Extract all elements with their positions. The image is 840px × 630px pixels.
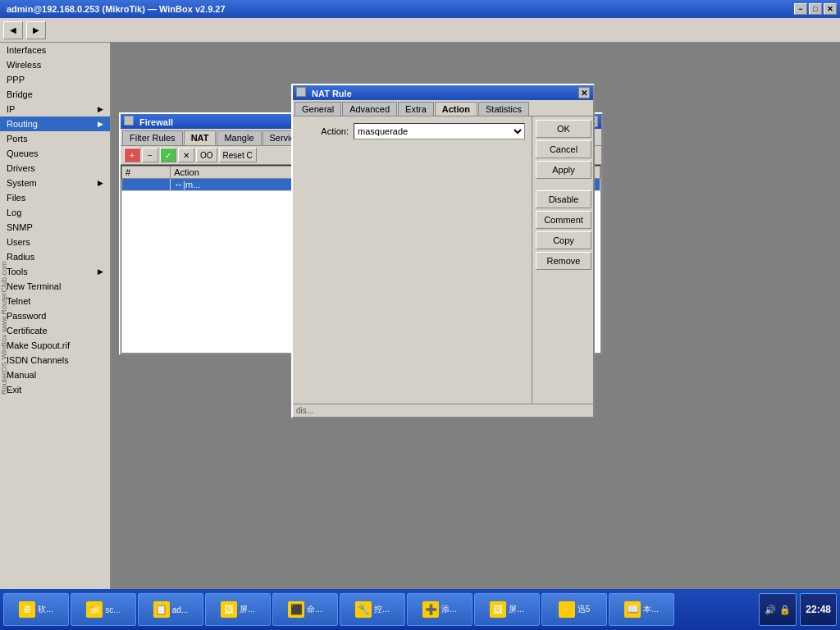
enable-rule-button[interactable]: ✓: [160, 148, 176, 162]
nat-content: Action: masquerade accept drop jump log …: [293, 116, 593, 404]
sidebar-item-users[interactable]: Users: [0, 235, 110, 249]
taskbar-icon-1: 📁: [86, 601, 103, 618]
nat-tab-action[interactable]: Action: [435, 102, 477, 116]
sidebar-item-queues[interactable]: Queues: [0, 146, 110, 161]
col-num: #: [122, 167, 171, 179]
disable-rule-button[interactable]: ✕: [178, 148, 194, 162]
sidebar-item-radius[interactable]: Radius: [0, 249, 110, 264]
taskbar-btn-1[interactable]: 📁 sc...: [71, 593, 136, 626]
nat-titlebar: NAT Rule ✕: [293, 85, 593, 100]
col-action: Action: [171, 167, 303, 179]
sidebar-item-new-terminal[interactable]: New Terminal: [0, 279, 110, 294]
action-select[interactable]: masquerade accept drop jump log passthro…: [354, 123, 525, 139]
nat-tab-advanced[interactable]: Advanced: [342, 102, 397, 116]
taskbar-icon-7: 🖼: [490, 601, 506, 618]
nat-tabs: General Advanced Extra Action Statistics: [293, 100, 593, 116]
minimize-button[interactable]: −: [794, 3, 807, 15]
taskbar-btn-9[interactable]: 📖 本...: [609, 593, 674, 626]
nat-tab-extra[interactable]: Extra: [398, 102, 434, 116]
network-icon: 🔊: [765, 605, 776, 615]
taskbar-label-3: 屏...: [240, 604, 254, 615]
sidebar-item-make-supout[interactable]: Make Supout.rif: [0, 338, 110, 353]
forward-button[interactable]: ▶: [26, 21, 46, 39]
taskbar-btn-0[interactable]: 🖥 软...: [3, 593, 69, 626]
sidebar-item-ppp[interactable]: PPP: [0, 72, 110, 87]
taskbar: 🖥 软... 📁 sc... 📋 ad... 🖼 屏... ⬛ 命... 🔧 控…: [0, 589, 840, 630]
sidebar-item-certificate[interactable]: Certificate: [0, 323, 110, 338]
sidebar-item-log[interactable]: Log: [0, 205, 110, 220]
taskbar-label-8: 迅5: [578, 604, 591, 615]
sidebar-item-files[interactable]: Files: [0, 190, 110, 205]
sidebar-item-wireless[interactable]: Wireless: [0, 57, 110, 72]
sidebar-item-system[interactable]: System ▶: [0, 176, 110, 190]
sidebar-item-manual[interactable]: Manual: [0, 368, 110, 382]
sidebar-item-tools[interactable]: Tools ▶: [0, 264, 110, 279]
taskbar-btn-6[interactable]: ➕ 添...: [407, 593, 472, 626]
ok-button[interactable]: OK: [536, 120, 591, 138]
reset-button[interactable]: Reset C: [219, 148, 257, 162]
taskbar-btn-5[interactable]: 🔧 控...: [340, 593, 405, 626]
firewall-title-left: Firewall: [124, 116, 173, 127]
security-icon: 🔒: [779, 605, 791, 615]
taskbar-btn-8[interactable]: ⚡ 迅5: [541, 593, 607, 626]
clock: 22:48: [800, 593, 837, 626]
status-text: dis...: [296, 406, 313, 415]
chevron-right-icon: ▶: [98, 179, 103, 187]
taskbar-icon-8: ⚡: [559, 601, 575, 618]
remove-button[interactable]: Remove: [536, 252, 591, 270]
settings-button[interactable]: OO: [196, 148, 217, 162]
action-label: Action:: [299, 126, 349, 136]
sidebar-item-bridge[interactable]: Bridge: [0, 87, 110, 102]
taskbar-btn-3[interactable]: 🖼 屏...: [205, 593, 271, 626]
sidebar-item-exit[interactable]: Exit: [0, 382, 110, 397]
taskbar-icon-3: 🖼: [221, 601, 237, 618]
comment-button[interactable]: Comment: [536, 211, 591, 229]
apply-button[interactable]: Apply: [536, 161, 591, 179]
add-rule-button[interactable]: +: [124, 148, 140, 162]
taskbar-icon-5: 🔧: [355, 601, 372, 618]
nat-button-panel: OK Cancel Apply Disable Comment Copy Rem…: [532, 116, 593, 404]
taskbar-label-9: 本...: [643, 604, 658, 615]
action-row: Action: masquerade accept drop jump log …: [299, 123, 525, 139]
main-area: Firewall ✕ Filter Rules NAT Mangle Servi…: [111, 43, 840, 589]
cell-num: [122, 179, 171, 191]
cell-action: ↔|m...: [171, 179, 303, 191]
nat-tab-statistics[interactable]: Statistics: [478, 102, 529, 116]
taskbar-label-5: 控...: [374, 604, 389, 615]
taskbar-icon-2: 📋: [153, 601, 170, 618]
nat-status-bar: dis...: [293, 404, 593, 417]
sidebar-item-ip[interactable]: IP ▶: [0, 102, 110, 116]
sidebar: Interfaces Wireless PPP Bridge IP ▶ Rout…: [0, 43, 111, 630]
tab-mangle[interactable]: Mangle: [217, 130, 261, 145]
main-titlebar: admin@192.168.0.253 (MikroTik) — WinBox …: [0, 0, 840, 18]
nat-tab-general[interactable]: General: [294, 102, 341, 116]
taskbar-btn-2[interactable]: 📋 ad...: [138, 593, 203, 626]
taskbar-label-2: ad...: [172, 605, 188, 614]
close-button[interactable]: ✕: [824, 3, 837, 15]
nat-rule-window: NAT Rule ✕ General Advanced Extra Action…: [291, 84, 595, 418]
maximize-button[interactable]: □: [809, 3, 822, 15]
nat-icon: [296, 87, 306, 97]
copy-button[interactable]: Copy: [536, 231, 591, 249]
sidebar-item-password[interactable]: Password: [0, 308, 110, 323]
sidebar-item-drivers[interactable]: Drivers: [0, 161, 110, 176]
chevron-right-icon: ▶: [98, 267, 103, 276]
taskbar-btn-7[interactable]: 🖼 屏...: [474, 593, 540, 626]
sidebar-item-interfaces[interactable]: Interfaces: [0, 43, 110, 57]
sidebar-item-telnet[interactable]: Telnet: [0, 294, 110, 308]
tab-filter-rules[interactable]: Filter Rules: [122, 130, 183, 145]
nat-close-button[interactable]: ✕: [578, 87, 590, 98]
taskbar-icon-6: ➕: [422, 601, 439, 618]
sidebar-item-ports[interactable]: Ports: [0, 131, 110, 146]
tab-nat[interactable]: NAT: [184, 130, 217, 145]
disable-button[interactable]: Disable: [536, 190, 591, 208]
cancel-button[interactable]: Cancel: [536, 140, 591, 158]
taskbar-btn-4[interactable]: ⬛ 命...: [272, 593, 338, 626]
sidebar-item-isdn[interactable]: ISDN Channels: [0, 353, 110, 368]
nat-main-panel: Action: masquerade accept drop jump log …: [293, 116, 532, 404]
sidebar-item-snmp[interactable]: SNMP: [0, 220, 110, 235]
taskbar-right: 🔊 🔒 22:48: [759, 593, 837, 626]
back-button[interactable]: ◀: [3, 21, 23, 39]
sidebar-item-routing[interactable]: Routing ▶: [0, 116, 110, 131]
remove-rule-button[interactable]: −: [142, 148, 158, 162]
